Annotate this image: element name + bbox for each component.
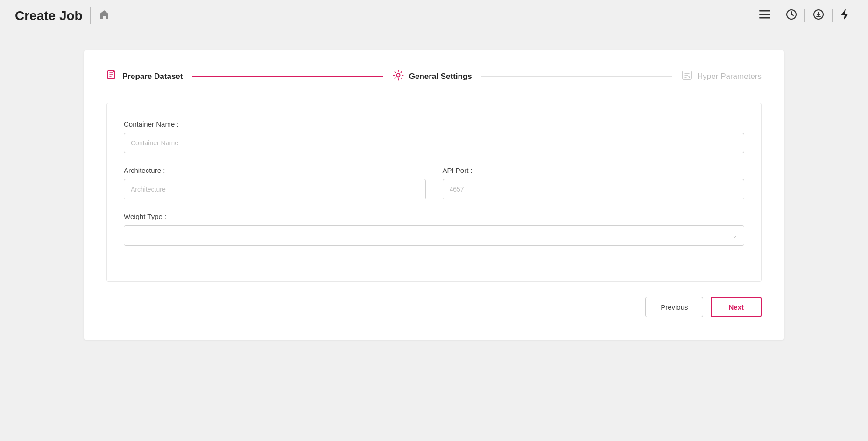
container-name-group: Container Name : <box>124 120 744 153</box>
weight-type-group: Weight Type : ⌄ <box>124 213 744 246</box>
container-name-label: Container Name : <box>124 120 744 128</box>
step-hyper-parameters[interactable]: Hyper Parameters <box>681 70 762 84</box>
list-icon[interactable] <box>755 8 774 24</box>
svg-rect-6 <box>113 70 114 72</box>
page-title: Create Job <box>15 8 83 23</box>
clock-icon[interactable] <box>782 7 801 25</box>
prepare-dataset-label: Prepare Dataset <box>122 72 183 81</box>
header-divider <box>90 7 91 24</box>
steps-bar: Prepare Dataset General Settings <box>106 69 762 84</box>
architecture-apiport-row: Architecture : API Port : <box>124 166 744 199</box>
container-name-input[interactable] <box>124 133 744 153</box>
divider-3 <box>832 9 833 22</box>
nav-buttons: Previous Next <box>106 297 762 317</box>
svg-point-7 <box>396 74 400 77</box>
svg-rect-2 <box>759 17 770 19</box>
step-connector-1 <box>192 76 382 77</box>
home-icon[interactable] <box>98 9 110 23</box>
download-icon[interactable] <box>809 7 828 25</box>
prepare-dataset-icon <box>106 70 118 84</box>
svg-rect-0 <box>759 10 770 12</box>
hyper-parameters-label: Hyper Parameters <box>697 72 762 81</box>
header: Create Job <box>0 0 868 32</box>
main-content: Prepare Dataset General Settings <box>0 32 868 358</box>
architecture-col: Architecture : <box>124 166 426 199</box>
divider-2 <box>804 9 805 22</box>
architecture-label: Architecture : <box>124 166 426 174</box>
divider-1 <box>778 9 778 22</box>
wizard-card: Prepare Dataset General Settings <box>84 50 784 340</box>
bolt-icon[interactable] <box>836 7 853 25</box>
api-port-col: API Port : <box>443 166 745 199</box>
architecture-input[interactable] <box>124 179 426 199</box>
header-right <box>755 7 853 25</box>
general-settings-icon <box>392 69 404 84</box>
step-connector-2 <box>481 76 672 77</box>
next-button[interactable]: Next <box>711 297 762 317</box>
svg-rect-1 <box>759 14 770 15</box>
previous-button[interactable]: Previous <box>645 297 703 317</box>
weight-type-label: Weight Type : <box>124 213 744 220</box>
weight-type-select[interactable] <box>124 225 744 246</box>
step-general-settings[interactable]: General Settings <box>392 69 472 84</box>
hyper-parameters-icon <box>681 70 692 84</box>
general-settings-label: General Settings <box>409 72 472 81</box>
api-port-input[interactable] <box>443 179 745 199</box>
api-port-label: API Port : <box>443 166 745 174</box>
weight-type-select-wrapper: ⌄ <box>124 225 744 246</box>
form-section: Container Name : Architecture : API Port… <box>106 103 762 282</box>
step-prepare-dataset[interactable]: Prepare Dataset <box>106 70 183 84</box>
header-left: Create Job <box>15 7 110 24</box>
